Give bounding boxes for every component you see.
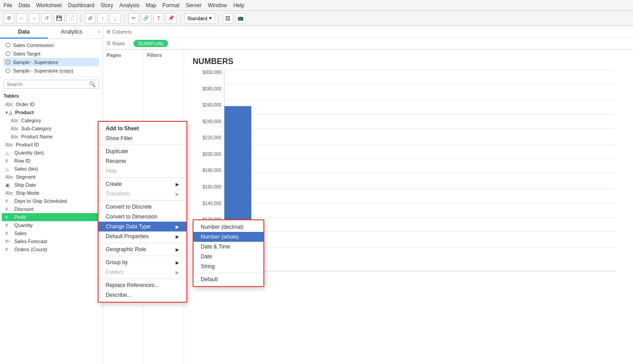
ctx-add-to-sheet[interactable]: Add to Sheet xyxy=(99,124,186,133)
submenu-date[interactable]: Date xyxy=(194,252,263,261)
field-product-group[interactable]: ▾ △ Product xyxy=(2,108,101,116)
ctx-convert-discrete[interactable]: Convert to Discrete xyxy=(99,202,186,212)
ctx-rename[interactable]: Rename xyxy=(99,156,186,166)
field-discount[interactable]: # Discount xyxy=(2,205,101,213)
field-days-to-ship[interactable]: # Days to Ship Scheduled xyxy=(2,197,101,205)
hash-icon: # xyxy=(5,158,12,163)
menu-help[interactable]: Help xyxy=(233,2,245,9)
field-label: Orders (Count) xyxy=(14,247,47,252)
menu-window[interactable]: Window xyxy=(208,2,227,9)
y-label: $200,000 xyxy=(202,152,221,157)
menu-dashboard[interactable]: Dashboard xyxy=(68,2,95,9)
field-orders-count[interactable]: # Orders (Count) xyxy=(2,245,101,253)
hash-forecast-icon: #~ xyxy=(5,239,12,244)
abc-icon: Abc xyxy=(11,126,18,131)
datasource-sales-commission[interactable]: ⬡ Sales Commission xyxy=(4,41,99,49)
rows-label: ☰ Rows xyxy=(107,41,133,46)
sum-profit-pill[interactable]: SUM(Profit) xyxy=(133,40,168,47)
field-sales[interactable]: # Sales xyxy=(2,229,101,237)
toolbar-forward-btn[interactable]: → xyxy=(29,13,39,24)
field-product-name[interactable]: Abc Product Name xyxy=(2,133,101,141)
pages-title: Pages xyxy=(105,51,141,59)
toolbar-back-btn[interactable]: ← xyxy=(16,13,27,24)
menu-data[interactable]: Data xyxy=(18,2,30,9)
ctx-create[interactable]: Create ▶ xyxy=(99,179,186,189)
field-category[interactable]: Abc Category xyxy=(2,116,101,124)
field-row-id[interactable]: # Row ID xyxy=(2,157,101,165)
menu-file[interactable]: File xyxy=(4,2,12,9)
toolbar-present-btn[interactable]: 📺 xyxy=(235,13,246,24)
shelf-area: ⊞ Columns ☰ Rows SUM(Profit) xyxy=(103,26,633,50)
field-label: Order ID xyxy=(16,102,34,107)
toolbar-text-btn[interactable]: T xyxy=(153,13,164,24)
field-label: Profit xyxy=(14,214,26,220)
field-quantity[interactable]: # Quantity xyxy=(2,221,101,229)
group-icon: ▾ △ xyxy=(5,110,13,115)
toolbar-standard-dropdown[interactable]: Standard ▾ xyxy=(184,13,215,24)
toolbar-sort-asc-btn[interactable]: ↑ xyxy=(97,13,108,24)
ctx-sep xyxy=(99,278,186,279)
calendar-icon: ▣ xyxy=(5,183,12,188)
submenu-arrow: ▶ xyxy=(176,234,179,239)
field-ship-date[interactable]: ▣ Ship Date xyxy=(2,181,101,189)
tab-data[interactable]: Data xyxy=(0,26,48,39)
field-label: Product xyxy=(15,110,34,115)
ctx-group-by[interactable]: Group by ▶ xyxy=(99,257,186,267)
field-label: Ship Mode xyxy=(16,190,39,196)
field-product-id[interactable]: Abc Product ID xyxy=(2,141,101,149)
ctx-geographic-role[interactable]: Geographic Role ▶ xyxy=(99,244,186,254)
toolbar-image-btn[interactable]: 🖼 xyxy=(223,13,233,24)
toolbar-swap-btn[interactable]: ⇄ xyxy=(85,13,95,24)
toolbar-settings-btn[interactable]: ⚙ xyxy=(4,13,14,24)
toolbar-link-btn[interactable]: 🔗 xyxy=(141,13,151,24)
field-order-id[interactable]: Abc Order ID xyxy=(2,100,101,108)
search-input[interactable] xyxy=(7,81,89,87)
menu-worksheet[interactable]: Worksheet xyxy=(36,2,62,9)
toolbar-pen-btn[interactable]: ✏ xyxy=(128,13,139,24)
toolbar-undo-btn[interactable]: ↺ xyxy=(41,13,52,24)
ctx-describe[interactable]: Describe... xyxy=(99,290,186,300)
menu-format[interactable]: Format xyxy=(163,2,180,9)
chart-bars xyxy=(224,70,615,271)
submenu-number-decimal[interactable]: Number (decimal) xyxy=(194,222,263,232)
panel-collapse-btn[interactable]: ‹ xyxy=(95,26,103,39)
field-label: Discount xyxy=(14,206,34,212)
context-menu: Add to Sheet Show Filter Duplicate Renam… xyxy=(98,121,187,303)
tab-analytics[interactable]: Analytics xyxy=(48,26,96,39)
menu-analysis[interactable]: Analysis xyxy=(120,2,140,9)
toolbar-sep-1 xyxy=(81,14,81,23)
filters-title: Filters xyxy=(145,51,181,59)
abc-icon: Abc xyxy=(5,142,13,147)
datasource-icon: ⬡ xyxy=(5,42,10,48)
submenu-default[interactable]: Default xyxy=(194,274,263,284)
toolbar-new-btn[interactable]: 📄 xyxy=(66,13,77,24)
datasource-superstore[interactable]: ⬡ Sample - Superstore xyxy=(4,58,99,66)
field-quantity-bin[interactable]: △ Quantity (bin) xyxy=(2,149,101,157)
ctx-duplicate[interactable]: Duplicate xyxy=(99,146,186,156)
submenu-date-time[interactable]: Date & Time xyxy=(194,242,263,252)
abc-icon: Abc xyxy=(11,118,18,123)
menu-story[interactable]: Story xyxy=(101,2,113,9)
y-label: $160,000 xyxy=(202,184,221,189)
ctx-replace-references[interactable]: Replace References... xyxy=(99,280,186,290)
toolbar-sort-desc-btn[interactable]: ↓ xyxy=(110,13,121,24)
datasource-superstore-copy[interactable]: ⬡ Sample - Superstore (copy) xyxy=(4,66,99,75)
toolbar-save-btn[interactable]: 💾 xyxy=(54,13,65,24)
toolbar-pin-btn[interactable]: 📌 xyxy=(166,13,177,24)
ctx-change-data-type[interactable]: Change Data Type ▶ xyxy=(99,222,186,231)
field-segment[interactable]: Abc Segment xyxy=(2,173,101,181)
submenu-number-whole[interactable]: Number (whole) xyxy=(194,232,263,242)
field-profit[interactable]: # Profit xyxy=(2,213,101,221)
submenu-string[interactable]: String xyxy=(194,261,263,271)
menu-map[interactable]: Map xyxy=(146,2,156,9)
field-sales-forecast[interactable]: #~ Sales Forecast xyxy=(2,237,101,245)
field-label: Quantity (bin) xyxy=(14,150,44,155)
datasource-sales-target[interactable]: ⬡ Sales Target xyxy=(4,49,99,58)
field-sub-category[interactable]: Abc Sub-Category xyxy=(2,124,101,133)
field-sales-bin[interactable]: △ Sales (bin) xyxy=(2,165,101,173)
ctx-convert-dimension[interactable]: Convert to Dimension xyxy=(99,212,186,222)
ctx-default-properties[interactable]: Default Properties ▶ xyxy=(99,231,186,241)
field-ship-mode[interactable]: Abc Ship Mode xyxy=(2,189,101,197)
menu-server[interactable]: Server xyxy=(186,2,202,9)
ctx-show-filter[interactable]: Show Filter xyxy=(99,133,186,143)
